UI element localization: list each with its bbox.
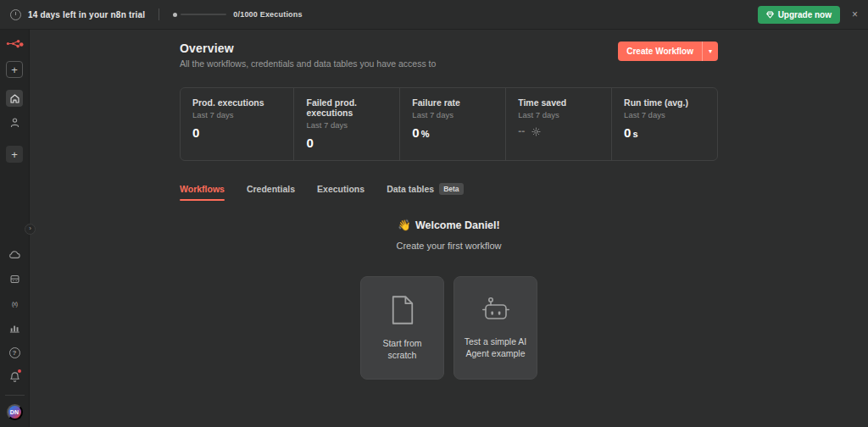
stat-title: Prod. executions xyxy=(192,97,281,108)
tab-data-tables[interactable]: Data tables Beta xyxy=(387,183,463,202)
trial-info: 14 days left in your n8n trial 0/1000 Ex… xyxy=(10,8,303,20)
stat-failure-rate: Failure rate Last 7 days 0% xyxy=(400,88,506,160)
stat-value: 0 xyxy=(192,125,281,140)
sidebar-divider xyxy=(5,395,25,396)
stat-period: Last 7 days xyxy=(518,110,599,119)
stat-value: 0% xyxy=(412,125,493,140)
chevron-down-icon: ▾ xyxy=(709,47,712,55)
templates-icon[interactable] xyxy=(7,271,22,286)
home-icon xyxy=(9,93,20,104)
app-body: + + xyxy=(0,30,868,427)
file-icon xyxy=(390,295,415,325)
stat-period: Last 7 days xyxy=(192,110,281,119)
stat-run-time-avg: Run time (avg.) Last 7 days 0s xyxy=(612,88,717,160)
stat-value: 0 xyxy=(306,136,387,150)
help-icon[interactable]: ? xyxy=(7,345,22,360)
executions-usage-text: 0/1000 Executions xyxy=(233,10,302,19)
page-header: Overview All the workflows, credentials … xyxy=(180,42,718,69)
starter-cards: Start from scratch xyxy=(180,276,718,380)
banner-divider xyxy=(159,8,159,20)
welcome-subtitle: Create your first workflow xyxy=(180,241,718,251)
beta-badge: Beta xyxy=(439,183,463,195)
resource-tabs: Workflows Credentials Executions Data ta… xyxy=(180,183,718,202)
sidebar-item-personal[interactable] xyxy=(6,114,23,130)
stat-title: Failure rate xyxy=(412,97,493,108)
stat-title: Time saved xyxy=(518,97,599,108)
tab-executions[interactable]: Executions xyxy=(317,184,364,201)
page-header-text: Overview All the workflows, credentials … xyxy=(180,42,436,69)
stats-summary-bar: Prod. executions Last 7 days 0 Failed pr… xyxy=(180,87,718,161)
stat-value: 0s xyxy=(624,125,705,140)
stat-title: Failed prod. executions xyxy=(306,97,387,118)
stat-title: Run time (avg.) xyxy=(624,97,705,108)
add-workflow-button[interactable]: + xyxy=(6,61,23,78)
starter-card-label: Start from scratch xyxy=(368,337,437,361)
create-workflow-dropdown[interactable]: ▾ xyxy=(702,42,718,61)
starter-card-label: Test a simple AI Agent example xyxy=(461,336,530,359)
sidebar-item-overview[interactable] xyxy=(6,90,23,107)
welcome-section: 👋Welcome Daniel! Create your first workf… xyxy=(180,219,718,251)
upgrade-now-label: Upgrade now xyxy=(778,10,832,19)
n8n-logo-icon xyxy=(6,38,24,49)
executions-progress: 0/1000 Executions xyxy=(173,10,302,19)
progress-track xyxy=(181,14,226,15)
variables-icon[interactable]: (x) xyxy=(7,296,22,311)
stat-value: -- xyxy=(518,125,599,137)
close-icon[interactable]: × xyxy=(852,9,858,19)
stat-prod-executions: Prod. executions Last 7 days 0 xyxy=(181,88,294,160)
stat-period: Last 7 days xyxy=(412,110,493,119)
gear-icon[interactable] xyxy=(531,127,541,136)
page-subtitle: All the workflows, credentials and data … xyxy=(180,58,436,69)
trial-days-text: 14 days left in your n8n trial xyxy=(28,10,145,19)
progress-dot xyxy=(173,13,177,17)
tab-workflows[interactable]: Workflows xyxy=(180,184,225,201)
add-project-button[interactable]: + xyxy=(6,146,23,163)
banner-actions: Upgrade now × xyxy=(758,6,858,24)
n8n-app: 14 days left in your n8n trial 0/1000 Ex… xyxy=(0,0,868,427)
stat-period: Last 7 days xyxy=(306,120,387,130)
robot-icon xyxy=(480,297,512,324)
clock-icon xyxy=(10,9,21,20)
upgrade-now-button[interactable]: Upgrade now xyxy=(758,6,840,24)
insights-icon[interactable] xyxy=(7,320,22,336)
page-title: Overview xyxy=(180,42,436,55)
wave-emoji: 👋 xyxy=(398,219,411,231)
user-avatar[interactable]: DN xyxy=(7,404,23,420)
start-from-scratch-card[interactable]: Start from scratch xyxy=(360,276,444,380)
stat-period: Last 7 days xyxy=(624,110,705,119)
whats-new-bell-icon[interactable] xyxy=(7,369,22,385)
create-workflow-split-button: Create Workflow ▾ xyxy=(618,42,718,61)
main-panel: Overview All the workflows, credentials … xyxy=(30,30,868,427)
trial-banner: 14 days left in your n8n trial 0/1000 Ex… xyxy=(0,0,868,30)
gem-icon xyxy=(766,11,774,19)
create-workflow-button[interactable]: Create Workflow xyxy=(618,42,702,61)
stat-time-saved: Time saved Last 7 days -- xyxy=(506,88,612,160)
sidebar-collapse-toggle[interactable]: › xyxy=(25,224,36,235)
welcome-title: 👋Welcome Daniel! xyxy=(180,219,718,231)
tab-credentials[interactable]: Credentials xyxy=(247,184,295,201)
person-icon xyxy=(9,117,20,128)
stat-failed-prod-executions: Failed prod. executions Last 7 days 0 xyxy=(294,88,400,160)
notification-dot xyxy=(18,369,21,373)
ai-agent-example-card[interactable]: Test a simple AI Agent example xyxy=(453,276,537,380)
cloud-admin-icon[interactable] xyxy=(7,247,22,262)
